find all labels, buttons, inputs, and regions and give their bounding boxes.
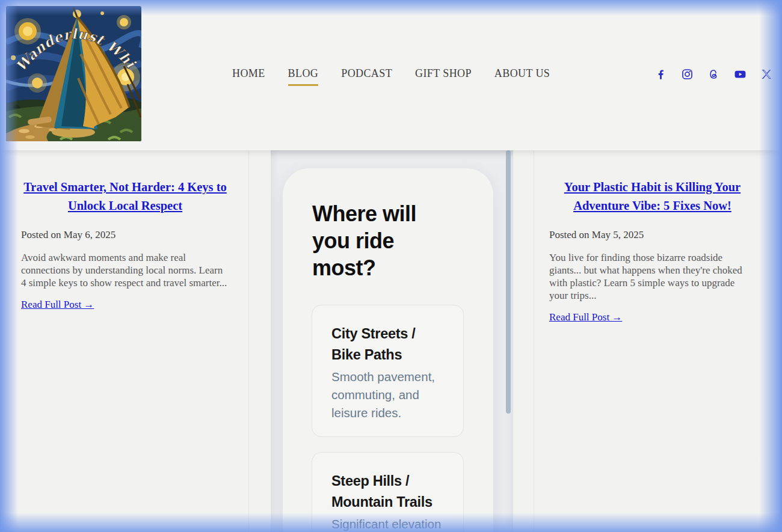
read-full-post-link[interactable]: Read Full Post →: [21, 299, 94, 311]
poll-option-title: City Streets / Bike Paths: [331, 323, 444, 365]
nav-item-blog[interactable]: BLOG: [288, 67, 319, 86]
embed-scrollbar-thumb[interactable]: [506, 150, 511, 414]
nav-item-gift-shop[interactable]: GIFT SHOP: [415, 67, 472, 84]
content-area: Travel Smarter, Not Harder: 4 Keys to Un…: [0, 150, 782, 532]
nav-item-home[interactable]: HOME: [232, 67, 265, 84]
post-excerpt: Avoid awkward moments and make real conn…: [21, 251, 229, 289]
post-title-link[interactable]: Travel Smarter, Not Harder: 4 Keys to Un…: [21, 178, 229, 215]
blog-post-card: Your Plastic Habit is Killing Your Adven…: [549, 178, 756, 323]
poll-question: Where will you ride most?: [312, 200, 454, 281]
poll-widget-card: Where will you ride most? City Streets /…: [283, 168, 493, 532]
post-title-link[interactable]: Your Plastic Habit is Killing Your Adven…: [549, 178, 756, 215]
poll-option-title: Steep Hills / Mountain Trails: [331, 471, 444, 513]
poll-option-city-streets[interactable]: City Streets / Bike Paths Smooth pavemen…: [312, 305, 464, 437]
page: Wanderlust Whisperz HOME BLOG PODCAST GI…: [0, 0, 782, 532]
column-divider-left: [248, 150, 249, 532]
poll-embed-frame: Where will you ride most? City Streets /…: [271, 150, 513, 532]
poll-option-steep-hills[interactable]: Steep Hills / Mountain Trails Significan…: [312, 452, 464, 532]
threads-icon[interactable]: [707, 68, 720, 81]
site-header: Wanderlust Whisperz HOME BLOG PODCAST GI…: [0, 0, 782, 150]
x-twitter-icon[interactable]: [760, 68, 773, 81]
site-logo[interactable]: Wanderlust Whisperz: [6, 6, 141, 141]
nav-item-podcast[interactable]: PODCAST: [341, 67, 392, 84]
poll-option-description: Smooth pavement, commuting, and leisure …: [331, 368, 444, 422]
facebook-icon[interactable]: [654, 68, 667, 81]
youtube-icon[interactable]: [734, 68, 747, 81]
logo-artwork-icon: Wanderlust Whisperz: [6, 6, 141, 141]
nav-item-about-us[interactable]: ABOUT US: [494, 67, 550, 84]
post-date: Posted on May 5, 2025: [549, 229, 756, 241]
column-divider-right: [534, 150, 534, 532]
post-excerpt: You live for finding those bizarre roads…: [549, 251, 756, 302]
read-full-post-link[interactable]: Read Full Post →: [549, 311, 622, 323]
social-links: [654, 68, 773, 81]
poll-option-description: Significant elevation: [331, 515, 444, 532]
main-nav: HOME BLOG PODCAST GIFT SHOP ABOUT US: [232, 67, 550, 86]
instagram-icon[interactable]: [681, 68, 694, 81]
blog-post-card: Travel Smarter, Not Harder: 4 Keys to Un…: [21, 178, 229, 311]
post-date: Posted on May 6, 2025: [21, 229, 229, 241]
